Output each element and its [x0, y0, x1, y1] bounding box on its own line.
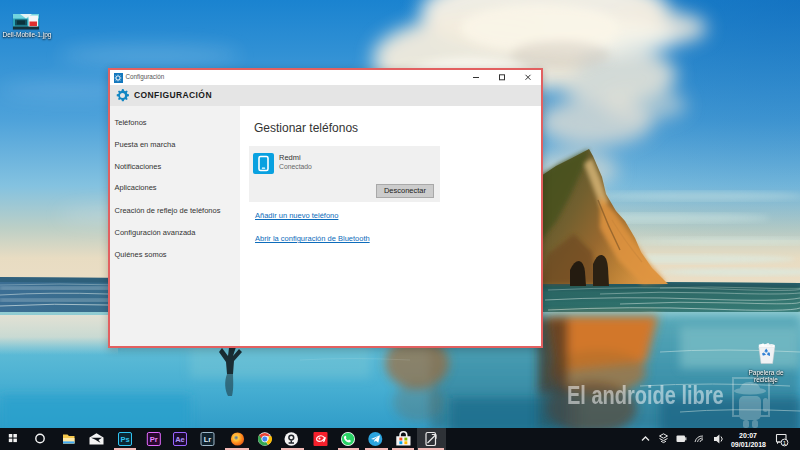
svg-text:09/01/2018: 09/01/2018	[731, 441, 766, 448]
svg-text:Ps: Ps	[120, 435, 129, 444]
svg-text:Ae: Ae	[175, 435, 185, 444]
svg-text:Pr: Pr	[150, 435, 158, 444]
svg-text:Lr: Lr	[204, 435, 212, 444]
svg-text:20:07: 20:07	[739, 432, 757, 439]
